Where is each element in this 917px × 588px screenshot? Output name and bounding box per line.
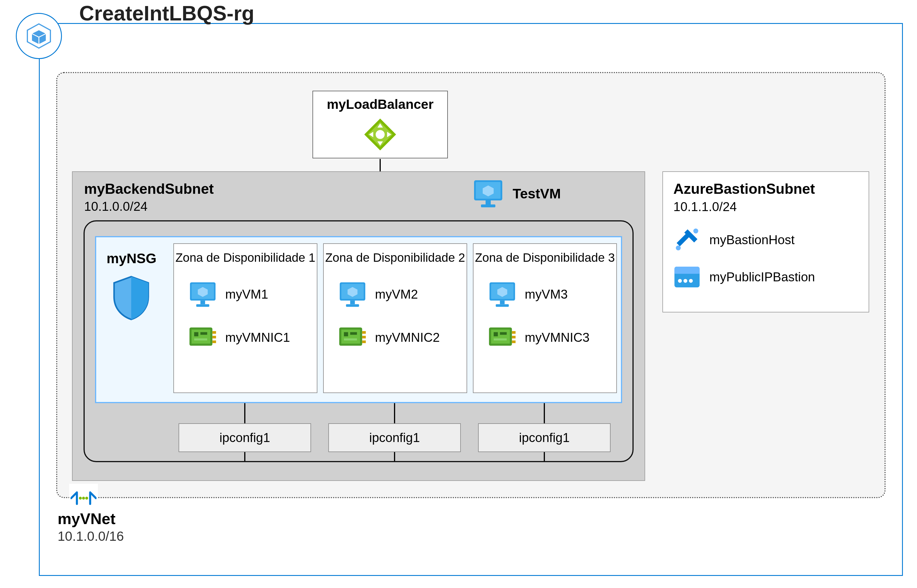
vm-icon: [338, 281, 367, 308]
vm-icon: [488, 281, 517, 308]
svg-rect-30: [194, 338, 207, 340]
svg-rect-29: [200, 332, 207, 334]
bastion-subnet: AzureBastionSubnet 10.1.1.0/24 myBastion…: [662, 171, 869, 312]
az2-vm: myVM2: [375, 287, 418, 302]
bastion-icon: [673, 226, 701, 254]
svg-point-4: [82, 497, 85, 499]
svg-rect-21: [200, 300, 205, 304]
ipconfig-2: ipconfig1: [328, 423, 461, 452]
az3-title: Zona de Disponibilidade 3: [473, 251, 616, 265]
load-balancer-name: myLoadBalancer: [327, 97, 434, 112]
svg-rect-25: [212, 331, 216, 333]
shield-icon: [112, 275, 151, 321]
ipconfig-1: ipconfig1: [179, 423, 311, 452]
svg-rect-41: [344, 332, 348, 336]
svg-rect-34: [350, 300, 355, 304]
nic-icon: [488, 325, 517, 350]
svg-rect-17: [481, 204, 496, 207]
svg-rect-47: [500, 300, 505, 304]
load-balancer-box: myLoadBalancer: [313, 91, 448, 158]
svg-rect-51: [512, 331, 515, 333]
svg-rect-56: [494, 338, 507, 340]
az3-vm: myVM3: [525, 287, 568, 302]
svg-rect-53: [512, 340, 515, 343]
svg-point-59: [676, 246, 681, 250]
resource-group-icon: [16, 13, 62, 59]
load-balancer-icon: [363, 117, 397, 152]
test-vm-name: TestVM: [513, 186, 561, 202]
svg-point-8: [376, 130, 384, 139]
svg-rect-43: [344, 338, 357, 340]
ipconfig-3: ipconfig1: [478, 423, 610, 452]
svg-rect-42: [350, 332, 357, 334]
resource-group-title: CreateIntLBQS-rg: [79, 2, 254, 25]
vnet-name: myVNet: [58, 510, 116, 528]
az2-nic: myVMNIC2: [375, 330, 440, 345]
bastion-public-ip-name: myPublicIPBastion: [709, 270, 815, 284]
az2-title: Zona de Disponibilidade 2: [324, 251, 467, 265]
backend-subnet-name: myBackendSubnet: [84, 181, 214, 197]
svg-rect-54: [494, 332, 498, 336]
svg-rect-24: [192, 330, 210, 344]
az3-nic: myVMNIC3: [525, 330, 589, 345]
svg-rect-27: [212, 340, 216, 343]
bastion-subnet-cidr: 10.1.1.0/24: [673, 200, 858, 214]
svg-rect-63: [675, 271, 699, 274]
svg-rect-26: [212, 336, 216, 338]
svg-point-66: [689, 279, 693, 283]
svg-point-60: [693, 229, 698, 234]
availability-zone-2: Zona de Disponibilidade 2 myVM2 myVMNIC2: [323, 243, 467, 393]
svg-point-5: [85, 497, 88, 499]
svg-point-3: [79, 497, 82, 499]
svg-rect-50: [491, 330, 510, 344]
svg-rect-22: [196, 304, 209, 307]
vnet-icon: [69, 484, 98, 512]
az1-vm: myVM1: [225, 287, 268, 302]
svg-rect-38: [362, 331, 366, 333]
svg-point-65: [683, 279, 687, 283]
nic-icon: [338, 325, 367, 350]
az1-nic: myVMNIC1: [225, 330, 290, 345]
svg-point-64: [678, 279, 682, 283]
test-vm-icon: [472, 179, 504, 209]
availability-zone-3: Zona de Disponibilidade 3 myVM3 myVMNIC3: [473, 243, 617, 393]
svg-rect-48: [496, 304, 509, 307]
svg-rect-35: [346, 304, 359, 307]
nsg-name: myNSG: [107, 250, 157, 267]
cube-icon: [24, 22, 53, 50]
vnet-cidr: 10.1.0.0/16: [58, 528, 124, 544]
bastion-host-name: myBastionHost: [709, 233, 794, 247]
nic-icon: [188, 325, 217, 350]
public-ip-icon: [673, 265, 701, 289]
svg-rect-16: [486, 200, 491, 204]
bastion-subnet-name: AzureBastionSubnet: [673, 181, 858, 197]
svg-rect-39: [362, 336, 366, 338]
svg-rect-37: [341, 330, 360, 344]
svg-rect-52: [512, 336, 515, 338]
availability-zone-1: Zona de Disponibilidade 1 myVM1 myVMNIC1: [173, 243, 317, 393]
svg-rect-55: [500, 332, 507, 334]
svg-rect-28: [194, 332, 198, 336]
vm-icon: [188, 281, 217, 308]
az1-title: Zona de Disponibilidade 1: [174, 251, 317, 265]
svg-rect-40: [362, 340, 366, 343]
backend-subnet-cidr: 10.1.0.0/24: [84, 199, 147, 214]
